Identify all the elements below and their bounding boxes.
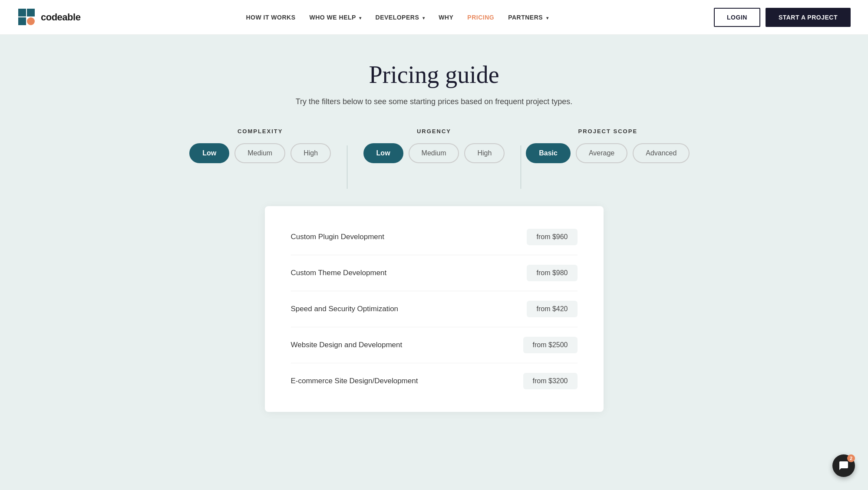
chevron-down-icon: ▾ xyxy=(359,16,362,20)
chat-badge: 2 xyxy=(847,454,855,462)
pricing-row-4: E-commerce Site Design/Development from … xyxy=(291,363,578,399)
complexity-buttons: Low Medium High xyxy=(189,143,331,163)
nav-link-pricing[interactable]: PRICING xyxy=(467,14,494,21)
complexity-filter-group: COMPLEXITY Low Medium High xyxy=(174,128,347,163)
svg-rect-1 xyxy=(27,9,35,16)
urgency-low-button[interactable]: Low xyxy=(363,143,403,163)
start-project-button[interactable]: START A PROJECT xyxy=(766,8,851,27)
logo-icon xyxy=(17,8,36,27)
pricing-item-name-4: E-commerce Site Design/Development xyxy=(291,377,418,385)
chat-icon xyxy=(838,460,849,471)
nav-item-partners[interactable]: PARTNERS ▾ xyxy=(508,13,548,21)
project-scope-filter-group: PROJECT SCOPE Basic Average Advanced xyxy=(521,128,694,163)
pricing-item-price-2: from $420 xyxy=(527,301,577,317)
pricing-table: Custom Plugin Development from $960 Cust… xyxy=(265,206,604,412)
nav-link-developers[interactable]: DEVELOPERS ▾ xyxy=(376,14,425,21)
logo-link[interactable]: codeable xyxy=(17,8,80,27)
filters-container: COMPLEXITY Low Medium High URGENCY Low M… xyxy=(174,128,695,189)
pricing-item-name-2: Speed and Security Optimization xyxy=(291,305,399,313)
nav-link-how-it-works[interactable]: HOW IT WORKS xyxy=(246,14,295,21)
nav-link-who-we-help[interactable]: WHO WE HELP ▾ xyxy=(310,14,362,21)
navbar: codeable HOW IT WORKS WHO WE HELP ▾ DEVE… xyxy=(0,0,868,35)
urgency-buttons: Low Medium High xyxy=(363,143,505,163)
nav-item-how-it-works[interactable]: HOW IT WORKS xyxy=(246,13,295,21)
svg-rect-0 xyxy=(18,9,26,16)
urgency-high-button[interactable]: High xyxy=(464,143,505,163)
pricing-row-0: Custom Plugin Development from $960 xyxy=(291,219,578,255)
page-subtitle: Try the filters below to see some starti… xyxy=(296,97,573,106)
login-button[interactable]: LOGIN xyxy=(714,8,760,27)
project-scope-buttons: Basic Average Advanced xyxy=(526,143,690,163)
complexity-low-button[interactable]: Low xyxy=(189,143,229,163)
nav-item-developers[interactable]: DEVELOPERS ▾ xyxy=(376,13,425,21)
pricing-item-price-3: from $2500 xyxy=(523,337,578,353)
nav-links: HOW IT WORKS WHO WE HELP ▾ DEVELOPERS ▾ … xyxy=(246,13,548,21)
urgency-label: URGENCY xyxy=(417,128,451,135)
nav-item-pricing[interactable]: PRICING xyxy=(467,13,494,21)
complexity-label: COMPLEXITY xyxy=(238,128,283,135)
pricing-row-3: Website Design and Development from $250… xyxy=(291,327,578,363)
pricing-row-1: Custom Theme Development from $980 xyxy=(291,255,578,291)
main-content: Pricing guide Try the filters below to s… xyxy=(0,35,868,447)
pricing-item-name-1: Custom Theme Development xyxy=(291,269,387,277)
nav-actions: LOGIN START A PROJECT xyxy=(714,8,851,27)
complexity-medium-button[interactable]: Medium xyxy=(234,143,285,163)
chevron-down-icon: ▾ xyxy=(546,16,549,20)
chevron-down-icon: ▾ xyxy=(422,16,425,20)
pricing-item-price-4: from $3200 xyxy=(523,373,578,389)
nav-link-partners[interactable]: PARTNERS ▾ xyxy=(508,14,548,21)
scope-average-button[interactable]: Average xyxy=(576,143,627,163)
pricing-item-name-0: Custom Plugin Development xyxy=(291,233,384,241)
pricing-item-name-3: Website Design and Development xyxy=(291,341,403,349)
chat-button[interactable]: 2 xyxy=(832,454,855,477)
page-title: Pricing guide xyxy=(369,61,499,89)
pricing-item-price-1: from $980 xyxy=(527,265,577,281)
urgency-medium-button[interactable]: Medium xyxy=(409,143,459,163)
nav-link-why[interactable]: WHY xyxy=(439,14,453,21)
scope-basic-button[interactable]: Basic xyxy=(526,143,571,163)
pricing-item-price-0: from $960 xyxy=(527,229,577,245)
nav-item-who-we-help[interactable]: WHO WE HELP ▾ xyxy=(310,13,362,21)
nav-item-why[interactable]: WHY xyxy=(439,13,453,21)
svg-rect-2 xyxy=(18,17,26,25)
pricing-row-2: Speed and Security Optimization from $42… xyxy=(291,291,578,327)
complexity-high-button[interactable]: High xyxy=(290,143,331,163)
project-scope-label: PROJECT SCOPE xyxy=(578,128,638,135)
svg-point-3 xyxy=(27,17,35,25)
scope-advanced-button[interactable]: Advanced xyxy=(633,143,690,163)
logo-text: codeable xyxy=(41,12,80,23)
urgency-filter-group: URGENCY Low Medium High xyxy=(347,128,521,163)
